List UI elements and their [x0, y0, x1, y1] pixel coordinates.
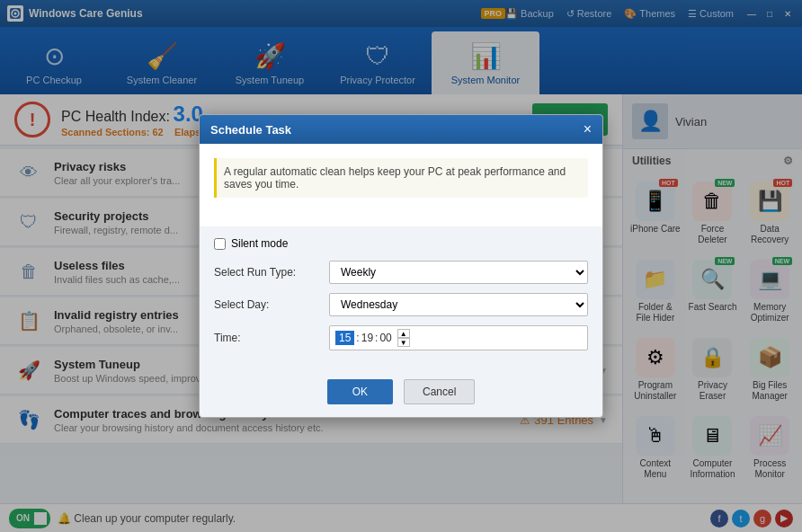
schedule-task-modal: Schedule Task × A regular automatic clea… — [199, 114, 603, 418]
time-down-button[interactable]: ▼ — [397, 338, 410, 347]
silent-mode-checkbox[interactable] — [214, 238, 226, 250]
day-select[interactable]: Monday Tuesday Wednesday Thursday Friday… — [329, 293, 588, 316]
day-label: Select Day: — [214, 298, 322, 311]
time-row: Time: 15 : 19 : 00 ▲ ▼ — [214, 325, 588, 350]
modal-description: A regular automatic clean helps keep you… — [214, 158, 588, 198]
time-label: Time: — [214, 332, 322, 344]
time-spinner: ▲ ▼ — [397, 329, 410, 347]
silent-mode-row: Silent mode — [214, 237, 588, 250]
modal-form: Silent mode Select Run Type: Daily Weekl… — [200, 226, 602, 370]
modal-title: Schedule Task — [210, 123, 291, 137]
run-type-select[interactable]: Daily Weekly Monthly — [329, 261, 588, 284]
modal-body: A regular automatic clean helps keep you… — [200, 144, 602, 226]
run-type-label: Select Run Type: — [214, 266, 322, 279]
cancel-button[interactable]: Cancel — [404, 379, 475, 404]
time-minute: 19 — [361, 332, 373, 344]
modal-close-button[interactable]: × — [584, 122, 592, 137]
time-up-button[interactable]: ▲ — [397, 329, 410, 338]
day-row: Select Day: Monday Tuesday Wednesday Thu… — [214, 293, 588, 316]
ok-button[interactable]: OK — [327, 379, 393, 404]
time-hour: 15 — [335, 331, 354, 345]
modal-header: Schedule Task × — [200, 115, 602, 144]
time-input[interactable]: 15 : 19 : 00 ▲ ▼ — [329, 325, 588, 350]
silent-mode-label: Silent mode — [231, 237, 288, 250]
modal-buttons: OK Cancel — [200, 370, 602, 417]
run-type-row: Select Run Type: Daily Weekly Monthly — [214, 261, 588, 284]
modal-overlay: Schedule Task × A regular automatic clea… — [0, 0, 802, 532]
time-second: 00 — [379, 332, 391, 344]
